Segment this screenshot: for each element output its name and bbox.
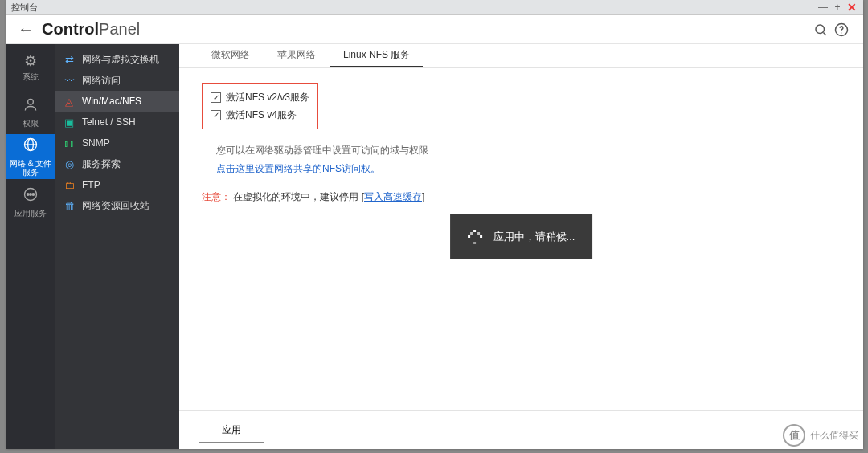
nfs-access-link[interactable]: 点击这里设置网络共享的NFS访问权。 (202, 162, 380, 176)
svg-point-11 (32, 193, 35, 195)
maximize-button[interactable]: + (831, 1, 844, 14)
sidebar-item-ftp[interactable]: 🗀 FTP (55, 174, 179, 195)
share-icon: ◬ (63, 95, 76, 108)
footer-bar: 应用 (179, 410, 863, 449)
applying-modal: 应用中，请稍候... (450, 214, 593, 259)
tab-content: ✓ 激活NFS v2/v3服务 ✓ 激活NFS v4服务 您可以在网络驱动器管理… (179, 68, 863, 410)
spinner-icon (468, 230, 482, 244)
sidebar-item-service-discovery[interactable]: ◎ 服务探索 (55, 153, 179, 174)
checkbox-label-nfs-v4: 激活NFS v4服务 (226, 108, 297, 122)
nav-rail: ⚙ 系统 权限 网络 & 文件服务 应用服务 (6, 44, 55, 449)
modal-text: 应用中，请稍候... (493, 230, 575, 244)
write-cache-link[interactable]: 写入高速缓存 (364, 191, 422, 202)
apps-icon (23, 186, 39, 206)
help-icon[interactable] (831, 19, 852, 40)
user-icon (23, 96, 39, 116)
watermark: 值 什么值得买 (783, 424, 858, 447)
sidebar-item-network-access[interactable]: 〰 网络访问 (55, 70, 179, 91)
tab-apple-networking[interactable]: 苹果网络 (264, 43, 329, 67)
info-text: 您可以在网络驱动器管理中设置可访问的域与权限 (202, 144, 841, 157)
back-button[interactable]: ← (18, 20, 37, 39)
sidebar-item-network-vswitch[interactable]: ⇄ 网络与虚拟交换机 (55, 49, 179, 70)
svg-point-4 (28, 99, 34, 104)
sidebar: ⇄ 网络与虚拟交换机 〰 网络访问 ◬ Win/Mac/NFS ▣ Telnet… (55, 44, 179, 449)
tab-strip: 微软网络 苹果网络 Linux NFS 服务 (179, 44, 863, 68)
apply-button[interactable]: 应用 (199, 418, 264, 443)
tab-linux-nfs[interactable]: Linux NFS 服务 (330, 43, 423, 67)
sidebar-item-win-mac-nfs[interactable]: ◬ Win/Mac/NFS (55, 91, 179, 112)
watermark-brand: 什么值得买 (810, 429, 858, 443)
close-button[interactable]: ✕ (845, 1, 858, 14)
globe-icon (23, 137, 39, 157)
watermark-mark: 值 (783, 424, 805, 447)
radar-icon: ◎ (63, 157, 76, 170)
search-icon[interactable] (810, 19, 831, 40)
checkbox-nfs-v4[interactable]: ✓ (211, 110, 221, 120)
checkbox-label-nfs-v2v3: 激活NFS v2/v3服务 (226, 91, 309, 104)
switch-icon: ⇄ (63, 53, 76, 66)
svg-point-10 (30, 193, 32, 195)
folder-icon: 🗀 (63, 178, 76, 191)
rail-item-app-services[interactable]: 应用服务 (6, 179, 55, 224)
warning-label: 注意： (202, 191, 231, 202)
sidebar-item-snmp[interactable]: ⫾⫾ SNMP (55, 133, 179, 153)
window-title: 控制台 (11, 2, 38, 14)
page-title: ControlPanel (42, 20, 140, 39)
rail-item-permissions[interactable]: 权限 (6, 89, 55, 134)
trash-icon: 🗑 (63, 199, 76, 212)
checkbox-nfs-v2v3[interactable]: ✓ (211, 92, 221, 103)
rail-item-system[interactable]: ⚙ 系统 (6, 44, 55, 89)
window-titlebar: 控制台 — + ✕ (6, 0, 863, 15)
terminal-icon: ▣ (63, 116, 76, 129)
page-header: ← ControlPanel (6, 15, 863, 44)
rail-item-network-file-services[interactable]: 网络 & 文件服务 (6, 134, 55, 179)
minimize-button[interactable]: — (817, 1, 829, 14)
warning-line: 注意： 在虚拟化的环境中，建议停用 [写入高速缓存] (202, 190, 841, 204)
gear-icon: ⚙ (24, 52, 37, 70)
highlight-box: ✓ 激活NFS v2/v3服务 ✓ 激活NFS v4服务 (202, 83, 318, 129)
tab-microsoft-networking[interactable]: 微软网络 (199, 43, 263, 67)
activity-icon: 〰 (63, 74, 76, 87)
svg-point-9 (27, 193, 29, 195)
sidebar-item-recycle-bin[interactable]: 🗑 网络资源回收站 (55, 195, 179, 216)
svg-line-1 (823, 32, 825, 35)
svg-point-0 (816, 25, 825, 34)
chart-icon: ⫾⫾ (63, 137, 76, 149)
sidebar-item-telnet-ssh[interactable]: ▣ Telnet / SSH (55, 112, 179, 133)
